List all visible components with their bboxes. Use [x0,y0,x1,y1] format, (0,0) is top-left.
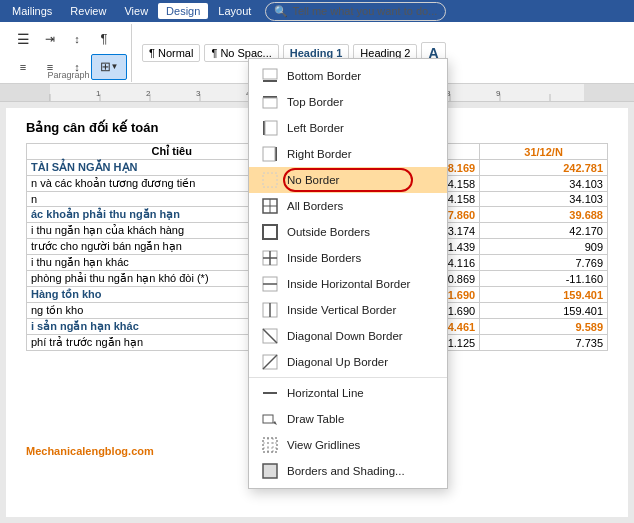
menu-label-all-borders: All Borders [287,200,343,212]
no-border-icon [261,171,279,189]
svg-rect-31 [263,173,277,187]
menu-separator-1 [249,377,447,378]
menu-label-diag-down-border: Diagonal Down Border [287,330,403,342]
tab-view[interactable]: View [116,3,156,19]
border-dropdown-menu: Bottom Border Top Border Left Border Rig… [248,58,448,489]
menu-label-right-border: Right Border [287,148,352,160]
row-v2-3: 39.688 [480,207,608,223]
svg-rect-24 [263,69,277,79]
menu-label-inside-h-border: Inside Horizontal Border [287,278,410,290]
svg-rect-28 [265,121,277,135]
menu-item-bottom-border[interactable]: Bottom Border [249,63,447,89]
menu-item-inside-borders[interactable]: Inside Borders [249,245,447,271]
menu-item-diag-up-border[interactable]: Diagonal Up Border [249,349,447,375]
svg-rect-35 [263,225,277,239]
svg-line-44 [263,329,277,343]
menu-label-draw-table: Draw Table [287,413,344,425]
svg-line-46 [263,355,277,369]
row-v2-0: 242.781 [480,160,608,176]
menu-item-h-line[interactable]: Horizontal Line [249,380,447,406]
all-borders-icon [261,197,279,215]
menu-label-no-border: No Border [287,174,339,186]
normal-label: ¶ Normal [149,47,193,59]
menu-label-inside-v-border: Inside Vertical Border [287,304,396,316]
row-v2-11: 7.735 [480,335,608,351]
menu-item-diag-down-border[interactable]: Diagonal Down Border [249,323,447,349]
svg-text:3: 3 [196,89,201,98]
watermark: Mechanicalengblog.com [26,445,154,457]
view-gridlines-icon [261,436,279,454]
heading2-label: Heading 2 [360,47,410,59]
borders-shading-icon [261,462,279,480]
row-v2-6: 7.769 [480,255,608,271]
para-btn-row1: ☰ ⇥ ↕ ¶ [10,26,127,52]
indent-btn[interactable]: ⇥ [37,26,63,52]
svg-text:2: 2 [146,89,151,98]
tab-mailings[interactable]: Mailings [4,3,60,19]
menu-item-outside-borders[interactable]: Outside Borders [249,219,447,245]
menu-item-left-border[interactable]: Left Border [249,115,447,141]
no-space-label: ¶ No Spac... [211,47,271,59]
tell-me-bar[interactable]: 🔍 Tell me what you want to do... [265,2,446,21]
row-v2-10: 9.589 [480,319,608,335]
menu-label-left-border: Left Border [287,122,344,134]
menu-item-top-border[interactable]: Top Border [249,89,447,115]
diag-down-border-icon [261,327,279,345]
sort-btn[interactable]: ↕ [64,26,90,52]
menu-label-top-border: Top Border [287,96,343,108]
svg-rect-26 [263,98,277,108]
row-v2-8: 159.401 [480,287,608,303]
menu-item-draw-table[interactable]: Draw Table [249,406,447,432]
menu-label-inside-borders: Inside Borders [287,252,361,264]
tab-layout[interactable]: Layout [210,3,259,19]
top-border-icon [261,93,279,111]
tab-design[interactable]: Design [158,3,208,19]
paragraph-label: Paragraph [6,70,131,80]
inside-h-border-icon [261,275,279,293]
svg-rect-2 [584,84,634,102]
right-border-icon [261,145,279,163]
svg-text:9: 9 [496,89,501,98]
heading1-label: Heading 1 [290,47,343,59]
col-header-date2: 31/12/N [480,144,608,160]
row-v2-1: 34.103 [480,176,608,192]
row-v2-5: 909 [480,239,608,255]
menu-item-no-border[interactable]: No Border [249,167,447,193]
svg-text:1: 1 [96,89,101,98]
bottom-border-icon [261,67,279,85]
menu-item-right-border[interactable]: Right Border [249,141,447,167]
list-style-btn[interactable]: ☰ [10,26,36,52]
menu-item-borders-shading[interactable]: Borders and Shading... [249,458,447,484]
style-normal-btn[interactable]: ¶ Normal [142,44,200,62]
menu-label-diag-up-border: Diagonal Up Border [287,356,388,368]
menu-label-h-line: Horizontal Line [287,387,364,399]
menu-item-inside-v-border[interactable]: Inside Vertical Border [249,297,447,323]
svg-rect-23 [263,80,277,82]
outside-borders-icon [261,223,279,241]
inside-borders-icon [261,249,279,267]
search-icon: 🔍 [274,5,288,18]
h-line-icon [261,384,279,402]
svg-rect-1 [0,84,50,102]
svg-rect-54 [263,464,277,478]
pilcrow-btn[interactable]: ¶ [91,26,117,52]
menu-label-view-gridlines: View Gridlines [287,439,360,451]
row-v2-4: 42.170 [480,223,608,239]
menu-item-inside-h-border[interactable]: Inside Horizontal Border [249,271,447,297]
paragraph-group: ☰ ⇥ ↕ ¶ ≡ ≡ ↕ ⊞ ▼ Paragraph [6,24,132,82]
row-v2-7: -11.160 [480,271,608,287]
draw-table-icon [261,410,279,428]
diag-up-border-icon [261,353,279,371]
row-v2-2: 34.103 [480,192,608,207]
tell-me-text: Tell me what you want to do... [292,5,437,17]
svg-rect-30 [263,147,275,161]
left-border-icon [261,119,279,137]
row-v2-9: 159.401 [480,303,608,319]
menu-label-outside-borders: Outside Borders [287,226,370,238]
svg-rect-48 [263,415,273,423]
svg-rect-49 [263,438,277,452]
menu-item-view-gridlines[interactable]: View Gridlines [249,432,447,458]
menu-label-bottom-border: Bottom Border [287,70,361,82]
menu-item-all-borders[interactable]: All Borders [249,193,447,219]
tab-review[interactable]: Review [62,3,114,19]
